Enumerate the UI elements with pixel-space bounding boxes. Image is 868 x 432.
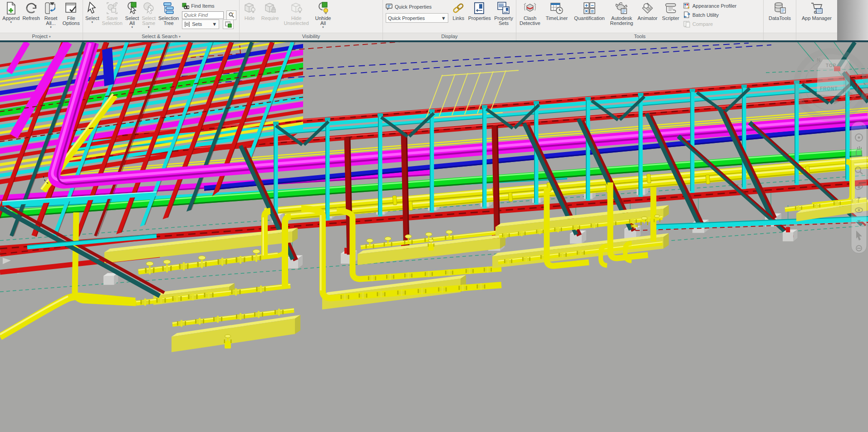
save-selection-label: Save Selection [102,16,123,26]
hide-button[interactable]: Hide [240,0,259,33]
compare-button[interactable]: Compare [683,20,750,29]
quick-properties-toggle[interactable]: Quick Properties [386,1,448,12]
append-dropdown-arrow[interactable]: ▼ [10,21,12,24]
sets-row: Sets ▼ [182,20,236,29]
quick-find-button[interactable] [226,10,236,20]
timeliner-icon [550,1,564,15]
links-icon [451,1,465,15]
save-selection-button[interactable]: Save Selection [101,0,124,33]
clash-detective-label: Clash Detective [519,16,541,26]
hide-unselected-label: Hide Unselected [283,16,310,26]
quick-find-input[interactable] [182,11,224,19]
scripter-label: Scripter [662,16,679,21]
svg-text:N: N [817,57,820,63]
select-search-group-expand-icon: ▾ [179,35,181,38]
quick-properties-column: Quick Properties Quick Properties ▼ [384,0,450,24]
animator-icon [641,1,654,15]
hide-unselected-button[interactable]: Hide Unselected [281,0,311,33]
properties-icon [473,1,486,15]
select-same-dropdown-arrow: ▼ [147,26,150,29]
batch-utility-button[interactable]: Batch Utility [683,10,750,20]
links-button[interactable]: Links [450,0,467,33]
append-label: Append [2,16,20,21]
quantification-button[interactable]: Quantification [571,0,608,33]
properties-button[interactable]: Properties [467,0,492,33]
batch-utility-label: Batch Utility [692,12,719,18]
refresh-button[interactable]: Refresh [21,0,41,33]
quick-find-search-icon [228,12,235,18]
require-icon [263,1,277,15]
find-column: Find Items [180,0,238,29]
select-same-button[interactable]: Select Same ▼ [140,0,157,33]
append-icon [4,1,18,15]
require-label: Require [261,16,279,21]
project-group-label[interactable]: Project ▾ [0,33,83,40]
reset-all-button[interactable]: Reset All... ▼ [41,0,61,33]
animator-button[interactable]: Animator [635,0,660,33]
property-sets-button[interactable]: Property Sets [492,0,515,33]
datatools-icon [773,1,787,15]
append-button[interactable]: Append ▼ [1,0,21,33]
app-manager-group-label [796,33,837,40]
viewport-gradient-corner [837,0,868,40]
reset-all-dropdown-arrow[interactable]: ▼ [49,26,52,29]
select-button[interactable]: Select ▼ [84,0,101,33]
find-items-label: Find Items [191,3,214,9]
appearance-profiler-button[interactable]: Appearance Profiler [683,1,750,10]
save-selection-icon [105,1,119,15]
visibility-group-label[interactable]: Visibility [240,33,383,40]
clash-detective-icon [523,1,537,15]
ribbon-group-project: Append ▼ Refresh [0,0,83,40]
selection-tree-icon [162,1,176,15]
select-same-label: Select Same [142,16,156,26]
select-label: Select [85,16,99,21]
unhide-all-button[interactable]: Unhide All ▼ [311,0,335,33]
refresh-icon [25,1,38,15]
clash-detective-button[interactable]: Clash Detective [517,0,543,33]
sets-dropdown[interactable]: Sets ▼ [182,20,219,29]
hide-unselected-icon [289,1,303,15]
display-group-label[interactable]: Display [383,33,516,40]
find-items-button[interactable]: Find Items [182,1,236,10]
autodesk-rendering-button[interactable]: Autodesk Rendering [608,0,635,33]
app-manager-button[interactable]: App Manager [799,0,835,33]
unhide-all-label: Unhide All [313,16,333,26]
select-search-group-label[interactable]: Select & Search ▾ [83,33,239,40]
hide-label: Hide [245,16,255,21]
datatools-button[interactable]: DataTools [765,0,794,33]
select-all-button[interactable]: Select All ▼ [124,0,141,33]
svg-text:FRONT: FRONT [820,86,838,91]
model-viewport-3d[interactable]: TOPFRONTN× [0,42,868,432]
mep-model-scene: TOPFRONTN× [0,42,868,432]
compare-icon [683,20,691,28]
scripter-icon [664,1,677,15]
select-all-icon [125,1,139,15]
select-dropdown-arrow[interactable]: ▼ [91,21,93,24]
svg-text:×: × [861,123,864,128]
select-all-label: Select All [125,16,139,26]
quick-properties-toggle-label: Quick Properties [395,4,432,10]
scripter-button[interactable]: Scripter [660,0,682,33]
property-sets-icon [497,1,510,15]
unhide-all-dropdown-arrow[interactable]: ▼ [322,26,324,29]
manage-sets-button[interactable] [223,20,234,29]
batch-utility-icon [683,11,691,19]
select-same-icon [142,1,156,15]
file-options-button[interactable]: File Options [60,0,82,33]
selection-tree-button[interactable]: Selection Tree [157,0,180,33]
timeliner-button[interactable]: TimeLiner [543,0,571,33]
select-all-dropdown-arrow[interactable]: ▼ [131,26,133,29]
ribbon-group-datatools: DataTools [764,0,796,40]
quick-properties-dropdown[interactable]: Quick Properties ▼ [386,13,448,23]
tools-group-label[interactable]: Tools [516,33,763,40]
quick-properties-icon [386,3,393,10]
manage-sets-icon [225,21,232,28]
require-button[interactable]: Require [259,0,281,33]
sets-label: Sets [192,21,202,27]
links-label: Links [453,16,465,21]
reset-all-icon [44,1,58,15]
quick-find-row [182,10,236,20]
animator-label: Animator [638,16,657,21]
appearance-profiler-label: Appearance Profiler [692,3,736,9]
ribbon-group-display: Quick Properties Quick Properties ▼ L [383,0,516,40]
